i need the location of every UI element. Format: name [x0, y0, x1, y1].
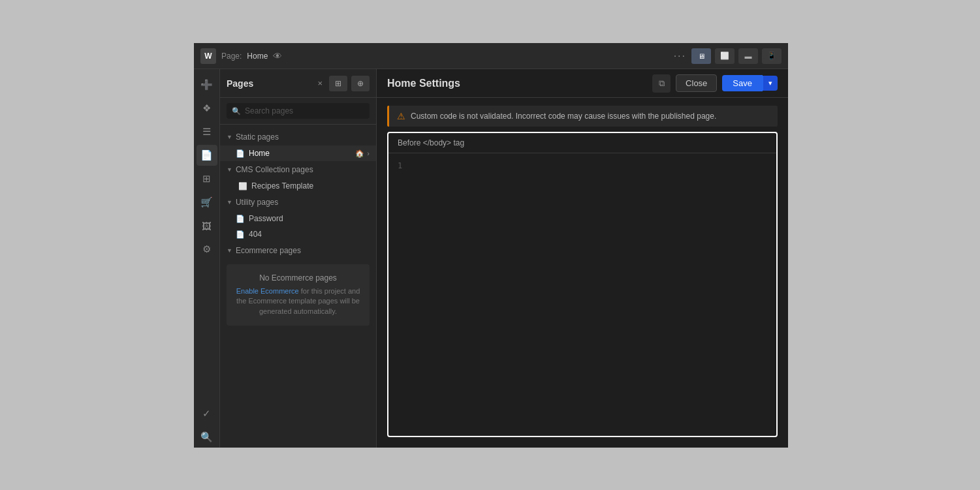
- sidebar-navigator-icon[interactable]: ☰: [197, 121, 217, 142]
- section-header-static[interactable]: ▼ Static pages: [220, 129, 376, 145]
- pages-close-btn[interactable]: ×: [315, 77, 325, 89]
- pages-panel-header: Pages × ⊞ ⊕: [220, 69, 376, 98]
- pages-search: 🔍: [220, 98, 376, 125]
- sidebar-assets-icon[interactable]: 🖼: [197, 215, 217, 236]
- ecommerce-empty-box: No Ecommerce pages Enable Ecommerce for …: [227, 264, 370, 326]
- sidebar-narrow: ➕ ❖ ☰ 📄 ⊞ 🛒 🖼 ⚙ ✓ 🔍: [194, 69, 220, 448]
- preview-icon[interactable]: 👁: [273, 51, 282, 61]
- code-textarea[interactable]: [409, 153, 776, 436]
- search-icon: 🔍: [232, 107, 241, 115]
- pages-panel: Pages × ⊞ ⊕ 🔍 ▼ Static pages: [220, 69, 377, 448]
- code-editor-container: Before </body> tag 1: [387, 132, 778, 437]
- pages-action-btn-1[interactable]: ⊞: [329, 76, 347, 91]
- search-input[interactable]: [245, 106, 364, 115]
- sidebar-pages-icon[interactable]: 📄: [197, 145, 217, 166]
- page-404-icon: 📄: [236, 230, 245, 239]
- sidebar-settings-icon[interactable]: ⚙: [197, 239, 217, 260]
- warning-banner: ⚠ Custom code is not validated. Incorrec…: [387, 106, 778, 127]
- section-header-ecommerce[interactable]: ▼ Ecommerce pages: [220, 242, 376, 259]
- utility-pages-label: Utility pages: [236, 198, 278, 207]
- ecommerce-caret-icon: ▼: [227, 247, 232, 254]
- static-pages-label: Static pages: [236, 132, 279, 142]
- warning-icon: ⚠: [397, 111, 405, 121]
- page-home-chevron[interactable]: ›: [367, 149, 370, 157]
- page-name-recipes: Recipes Template: [251, 181, 370, 191]
- sidebar-search-icon[interactable]: 🔍: [197, 427, 217, 448]
- save-button[interactable]: Save: [722, 75, 763, 91]
- save-dropdown-btn[interactable]: ▾: [763, 76, 778, 91]
- enable-ecommerce-link[interactable]: Enable Ecommerce: [236, 287, 299, 295]
- code-editor-header: Before </body> tag: [388, 133, 776, 153]
- page-password-icon: 📄: [236, 215, 245, 223]
- view-mode-icons: 🖥 ⬜ ▬ 📱: [691, 48, 782, 64]
- page-name-home: Home: [249, 149, 351, 158]
- settings-actions: ⧉ Close Save ▾: [652, 74, 778, 93]
- tablet-view-btn[interactable]: ⬜: [715, 48, 735, 64]
- page-item-password[interactable]: 📄 Password: [220, 211, 376, 226]
- section-header-utility[interactable]: ▼ Utility pages: [220, 194, 376, 211]
- page-name: Home: [247, 52, 268, 61]
- sidebar-cms-icon[interactable]: ⊞: [197, 168, 217, 189]
- page-name-password: Password: [249, 214, 370, 223]
- sidebar-ecommerce-icon[interactable]: 🛒: [197, 192, 217, 213]
- pages-action-btn-2[interactable]: ⊕: [351, 76, 370, 91]
- static-caret-icon: ▼: [227, 134, 232, 140]
- section-header-cms[interactable]: ▼ CMS Collection pages: [220, 161, 376, 178]
- settings-title: Home Settings: [387, 78, 652, 89]
- page-label: Page:: [221, 52, 242, 61]
- ecommerce-empty-text: Enable Ecommerce for this project and th…: [234, 286, 362, 316]
- ecommerce-empty-title: No Ecommerce pages: [234, 273, 362, 283]
- more-options-icon[interactable]: ···: [674, 50, 686, 62]
- app-window: W Page: Home 👁 ··· 🖥 ⬜ ▬ 📱 ➕ ❖ ☰ 📄 ⊞ 🛒: [194, 43, 788, 448]
- desktop-view-btn[interactable]: 🖥: [691, 48, 711, 64]
- close-button[interactable]: Close: [676, 74, 717, 92]
- sidebar-audit-icon[interactable]: ✓: [197, 403, 217, 424]
- page-item-home[interactable]: 📄 Home 🏠 ›: [220, 145, 376, 161]
- pages-title: Pages: [227, 78, 311, 89]
- page-home-icon[interactable]: 🏠: [355, 149, 364, 158]
- cms-caret-icon: ▼: [227, 166, 232, 173]
- utility-caret-icon: ▼: [227, 199, 232, 206]
- page-item-recipes[interactable]: ⬜ Recipes Template: [220, 178, 376, 194]
- main-content: Home Settings ⧉ Close Save ▾ ⚠ Custom co…: [377, 69, 788, 448]
- sidebar-components-icon[interactable]: ❖: [197, 98, 217, 119]
- mobile-landscape-btn[interactable]: ▬: [738, 48, 758, 64]
- page-home-actions: 🏠 ›: [355, 149, 370, 158]
- search-input-wrapper[interactable]: 🔍: [227, 103, 370, 119]
- app-logo: W: [200, 48, 216, 64]
- content-row: ➕ ❖ ☰ 📄 ⊞ 🛒 🖼 ⚙ ✓ 🔍 Pages × ⊞ ⊕: [194, 69, 788, 448]
- page-file-icon: 📄: [236, 149, 245, 158]
- page-name-404: 404: [249, 230, 370, 239]
- pages-list: ▼ Static pages 📄 Home 🏠 › ▼: [220, 125, 376, 448]
- cms-pages-label: CMS Collection pages: [236, 165, 313, 174]
- line-numbers: 1: [388, 153, 409, 436]
- sidebar-add-icon[interactable]: ➕: [197, 74, 217, 95]
- code-editor-body: 1: [388, 153, 776, 436]
- page-item-404[interactable]: 📄 404: [220, 226, 376, 242]
- settings-header: Home Settings ⧉ Close Save ▾: [377, 69, 788, 98]
- mobile-portrait-btn[interactable]: 📱: [762, 48, 782, 64]
- top-bar: W Page: Home 👁 ··· 🖥 ⬜ ▬ 📱: [194, 43, 788, 69]
- ecommerce-pages-label: Ecommerce pages: [236, 246, 301, 255]
- cms-page-icon: ⬜: [238, 182, 247, 191]
- warning-text: Custom code is not validated. Incorrect …: [411, 112, 716, 121]
- copy-btn[interactable]: ⧉: [652, 74, 671, 93]
- save-btn-group: Save ▾: [722, 75, 778, 91]
